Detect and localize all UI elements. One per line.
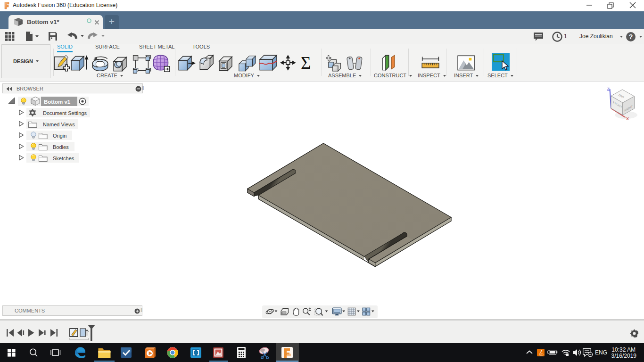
svg-text:Named Views: Named Views xyxy=(43,122,75,127)
svg-text:Document Settings: Document Settings xyxy=(43,110,87,116)
svg-text:ENG: ENG xyxy=(595,349,607,356)
svg-text:Bodies: Bodies xyxy=(53,144,69,150)
svg-text:10:32 AM: 10:32 AM xyxy=(611,346,636,353)
svg-text:?: ? xyxy=(629,33,633,41)
svg-text:3/16/2019: 3/16/2019 xyxy=(611,353,637,359)
svg-text:Origin: Origin xyxy=(53,133,66,139)
svg-text:X: X xyxy=(626,116,629,121)
svg-text:Sketches: Sketches xyxy=(53,156,74,161)
svg-text:Σ: Σ xyxy=(301,53,311,73)
svg-text:Bottom v1: Bottom v1 xyxy=(44,99,71,105)
svg-text:Z: Z xyxy=(607,87,610,91)
